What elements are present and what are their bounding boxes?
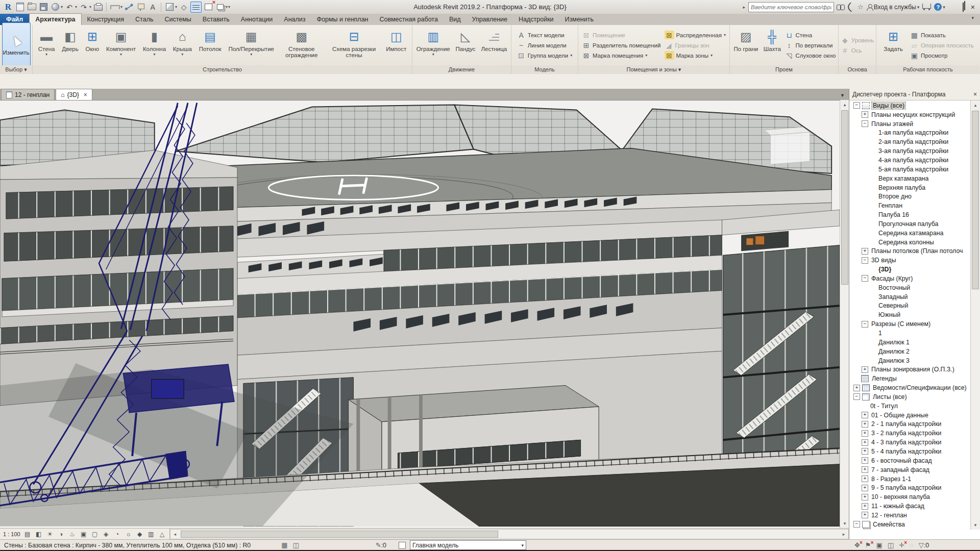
tab-architecture[interactable]: Архитектура bbox=[29, 13, 81, 25]
tree-item[interactable]: −Планы этажей bbox=[849, 119, 970, 129]
text-button[interactable]: A bbox=[148, 2, 158, 12]
active-only-checkbox[interactable] bbox=[399, 542, 406, 549]
redo-button[interactable]: ↷ bbox=[79, 2, 89, 12]
reveal-hidden-icon[interactable]: ☼ bbox=[125, 531, 133, 538]
viewer-button[interactable]: ▣Просмотр bbox=[910, 51, 974, 60]
close-hidden-windows-button[interactable]: × bbox=[203, 2, 213, 12]
scroll-thumb[interactable] bbox=[972, 111, 979, 289]
set-workplane-button[interactable]: ⊞Задать bbox=[882, 27, 904, 64]
tree-item[interactable]: +4 - 3 палуба надстройки bbox=[849, 438, 970, 447]
tab-view[interactable]: Вид bbox=[444, 14, 467, 25]
tree-item[interactable]: +7 - западный фасад bbox=[849, 465, 970, 474]
tab-analyze[interactable]: Анализ bbox=[278, 14, 311, 25]
select-pinned-toggle[interactable]: ▣ bbox=[876, 541, 883, 549]
properties-icon[interactable] bbox=[15, 2, 25, 12]
tree-expander-icon[interactable]: + bbox=[862, 248, 868, 255]
design-option-select[interactable]: Главная модель▾ bbox=[410, 540, 526, 550]
tree-item[interactable]: 0t - Титул bbox=[849, 402, 970, 411]
room-separator-button[interactable]: ⊞Разделитель помещений bbox=[582, 41, 660, 49]
tree-item[interactable]: −Фасады (Круг) bbox=[849, 274, 970, 283]
tree-expander-icon[interactable]: + bbox=[862, 430, 868, 437]
modify-button[interactable]: Изменить bbox=[2, 22, 31, 68]
tree-expander-icon[interactable]: − bbox=[862, 120, 868, 127]
qat-customize-button[interactable]: ▾ bbox=[228, 5, 230, 9]
print-button[interactable] bbox=[93, 2, 103, 12]
scroll-down-icon[interactable]: ▾ bbox=[971, 520, 980, 530]
selection-filter-icon[interactable]: ▽ bbox=[919, 541, 924, 549]
sync-dropdown[interactable]: ▾ bbox=[61, 5, 63, 9]
tab-addins[interactable]: Надстройки bbox=[513, 14, 559, 25]
tree-expander-icon[interactable]: − bbox=[862, 321, 868, 328]
ramp-button[interactable]: ◺Пандус bbox=[454, 27, 477, 64]
tree-item[interactable]: +9 - 5 палуба надстройки bbox=[849, 483, 970, 492]
tag-button[interactable] bbox=[136, 2, 146, 12]
select-by-face-toggle[interactable]: ◫ bbox=[888, 541, 894, 549]
3d-view-dropdown[interactable]: ▾ bbox=[175, 5, 177, 9]
window-button[interactable]: ⊞Окно bbox=[84, 27, 101, 64]
tree-item[interactable]: +Планы зонирования (О.П.З.) bbox=[849, 365, 970, 374]
rendering-icon[interactable]: ♨ bbox=[68, 531, 77, 538]
3d-viewport[interactable] bbox=[0, 101, 840, 529]
crop-view-icon[interactable]: ▣ bbox=[80, 531, 88, 538]
tab-structure[interactable]: Конструкция bbox=[82, 14, 130, 25]
model-text-button[interactable]: AТекст модели bbox=[517, 31, 573, 39]
tree-item[interactable]: Генплан bbox=[849, 201, 970, 210]
save-button[interactable] bbox=[38, 2, 48, 12]
tree-item[interactable]: +10 - верхняя палуба bbox=[849, 492, 970, 502]
search-icon[interactable] bbox=[837, 5, 844, 9]
area-boundary-button[interactable]: ◢Границы зон bbox=[665, 41, 726, 49]
switch-windows-button[interactable] bbox=[215, 2, 225, 12]
tree-item[interactable]: −Семейства bbox=[849, 520, 970, 529]
tree-item[interactable]: +3 - 2 палуба надстройки bbox=[849, 429, 970, 438]
close-button[interactable]: × bbox=[971, 4, 975, 11]
tree-item[interactable]: Южный bbox=[849, 310, 970, 319]
project-browser-close-icon[interactable]: × bbox=[973, 91, 977, 98]
measure-button[interactable] bbox=[110, 2, 120, 12]
worksharing-display-icon[interactable]: ◆ bbox=[136, 531, 144, 538]
scroll-thumb[interactable] bbox=[841, 110, 848, 285]
select-underlay-toggle[interactable]: ⚑× bbox=[865, 541, 871, 549]
undo-button[interactable]: ↶ bbox=[64, 2, 75, 12]
tree-expander-icon[interactable]: − bbox=[853, 393, 860, 400]
tree-expander-icon[interactable]: + bbox=[862, 412, 868, 418]
workset-status-icon[interactable]: ◫ bbox=[293, 541, 299, 549]
tree-item[interactable]: Середина катамарана bbox=[849, 229, 970, 238]
tree-item[interactable]: Данилюк 2 bbox=[849, 347, 970, 356]
help-icon[interactable]: ? ▾ bbox=[934, 3, 945, 11]
view-tab-overflow-icon[interactable]: ▼ bbox=[840, 93, 845, 98]
default-3d-view-button[interactable] bbox=[164, 2, 175, 12]
tree-expander-icon[interactable]: + bbox=[862, 494, 868, 500]
sign-in-button[interactable]: Вход в службы ▾ bbox=[867, 4, 920, 11]
tree-item[interactable]: Верхняя палуба bbox=[849, 183, 970, 192]
curtain-grid-button[interactable]: ⊟Схема разрезки стены bbox=[328, 27, 381, 64]
level-button[interactable]: ◆Уровень bbox=[841, 36, 874, 44]
door-button[interactable]: ◧Дверь bbox=[60, 27, 80, 64]
column-button[interactable]: ▮Колонна▾ bbox=[141, 27, 167, 64]
revit-logo-icon[interactable]: R bbox=[3, 2, 13, 12]
tree-item[interactable]: Данилюк 1 bbox=[849, 338, 970, 347]
ceiling-button[interactable]: ▤Потолок bbox=[198, 27, 223, 64]
area-button[interactable]: ⊠Распределенная ▾ bbox=[665, 31, 726, 39]
tree-item[interactable]: Западный bbox=[849, 292, 970, 302]
tree-item[interactable]: 3-ая палуба надстройки bbox=[849, 146, 970, 156]
tree-item[interactable]: +Планы потолков (План потолоч bbox=[849, 247, 970, 256]
tab-insert[interactable]: Вставить bbox=[197, 14, 235, 25]
ref-plane-button[interactable]: ▱Опорная плоскость bbox=[910, 41, 974, 49]
tree-item[interactable]: 1-ая палуба надстройки bbox=[849, 129, 970, 138]
sync-button[interactable] bbox=[50, 2, 60, 12]
tab-annotate[interactable]: Аннотации bbox=[235, 14, 278, 25]
tree-item[interactable]: +Ведомости/Спецификации (все) bbox=[849, 383, 970, 392]
scroll-up-icon[interactable]: ▴ bbox=[840, 100, 849, 109]
tree-expander-icon[interactable]: − bbox=[853, 102, 860, 109]
view-tab-3d[interactable]: ⌂ {3D} × bbox=[56, 89, 92, 100]
tree-expander-icon[interactable]: + bbox=[853, 385, 860, 391]
tree-item[interactable]: Данилюк 3 bbox=[849, 356, 970, 365]
select-links-toggle[interactable]: ✥× bbox=[854, 541, 860, 549]
scale-button[interactable]: 1 : 100 bbox=[3, 531, 20, 537]
shaft-button[interactable]: ╬Шахта bbox=[762, 27, 782, 64]
lock-view-icon[interactable]: ◈ bbox=[102, 531, 110, 538]
undo-dropdown[interactable]: ▾ bbox=[75, 5, 77, 9]
redo-dropdown[interactable]: ▾ bbox=[89, 5, 91, 9]
communication-center-icon[interactable] bbox=[847, 4, 854, 11]
favorites-star-icon[interactable]: ☆ bbox=[857, 3, 864, 11]
